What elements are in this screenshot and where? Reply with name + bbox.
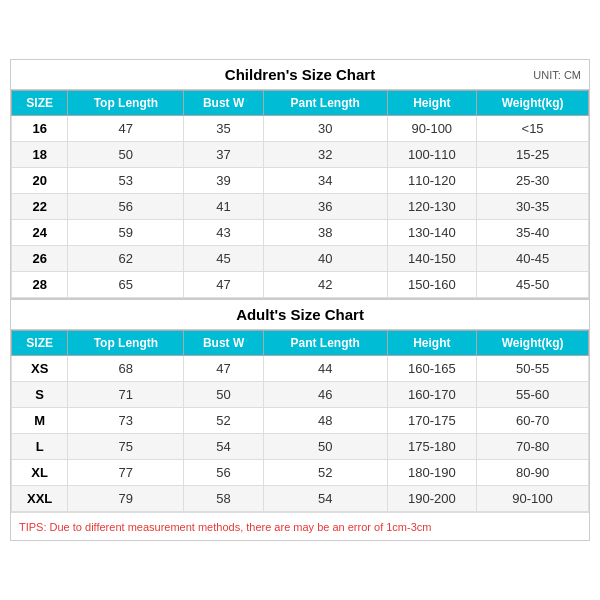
table-cell: 56: [68, 194, 184, 220]
header-bust-w: Bust W: [184, 91, 264, 116]
table-row: 18503732100-11015-25: [12, 142, 589, 168]
table-cell: 77: [68, 460, 184, 486]
table-cell: 52: [184, 408, 264, 434]
children-table: SIZE Top Length Bust W Pant Length Heigh…: [11, 90, 589, 298]
table-cell: 47: [184, 356, 264, 382]
adult-header-height: Height: [387, 331, 477, 356]
table-row: XL775652180-19080-90: [12, 460, 589, 486]
table-cell: 140-150: [387, 246, 477, 272]
table-cell: 45-50: [477, 272, 589, 298]
table-cell: XS: [12, 356, 68, 382]
table-cell: 54: [263, 486, 387, 512]
table-cell: 130-140: [387, 220, 477, 246]
table-cell: 50: [263, 434, 387, 460]
adult-title: Adult's Size Chart: [236, 306, 364, 323]
header-size: SIZE: [12, 91, 68, 116]
table-cell: 50: [184, 382, 264, 408]
table-row: 20533934110-12025-30: [12, 168, 589, 194]
table-cell: 37: [184, 142, 264, 168]
table-cell: 44: [263, 356, 387, 382]
size-chart-container: Children's Size Chart UNIT: CM SIZE Top …: [10, 59, 590, 541]
tips-row: TIPS: Due to different measurement metho…: [11, 512, 589, 540]
table-cell: XXL: [12, 486, 68, 512]
table-cell: 45: [184, 246, 264, 272]
table-cell: 50: [68, 142, 184, 168]
table-cell: <15: [477, 116, 589, 142]
table-cell: 65: [68, 272, 184, 298]
table-cell: 35-40: [477, 220, 589, 246]
header-height: Height: [387, 91, 477, 116]
table-cell: 68: [68, 356, 184, 382]
table-row: 22564136120-13030-35: [12, 194, 589, 220]
table-row: M735248170-17560-70: [12, 408, 589, 434]
table-cell: 46: [263, 382, 387, 408]
table-cell: 47: [68, 116, 184, 142]
table-cell: XL: [12, 460, 68, 486]
table-cell: 170-175: [387, 408, 477, 434]
table-cell: 79: [68, 486, 184, 512]
table-cell: 47: [184, 272, 264, 298]
header-weight: Weight(kg): [477, 91, 589, 116]
table-cell: M: [12, 408, 68, 434]
table-cell: 62: [68, 246, 184, 272]
children-header-row: SIZE Top Length Bust W Pant Length Heigh…: [12, 91, 589, 116]
table-cell: 39: [184, 168, 264, 194]
table-cell: 73: [68, 408, 184, 434]
children-title-row: Children's Size Chart UNIT: CM: [11, 60, 589, 90]
table-cell: 160-165: [387, 356, 477, 382]
table-cell: 25-30: [477, 168, 589, 194]
table-cell: 190-200: [387, 486, 477, 512]
table-cell: 48: [263, 408, 387, 434]
table-cell: 28: [12, 272, 68, 298]
table-cell: 50-55: [477, 356, 589, 382]
table-cell: 54: [184, 434, 264, 460]
table-cell: 40-45: [477, 246, 589, 272]
table-cell: 43: [184, 220, 264, 246]
table-cell: 56: [184, 460, 264, 486]
table-cell: 42: [263, 272, 387, 298]
table-cell: 90-100: [477, 486, 589, 512]
table-cell: 32: [263, 142, 387, 168]
table-cell: 18: [12, 142, 68, 168]
table-cell: 59: [68, 220, 184, 246]
table-cell: 24: [12, 220, 68, 246]
table-cell: 70-80: [477, 434, 589, 460]
table-cell: 41: [184, 194, 264, 220]
table-cell: 30: [263, 116, 387, 142]
table-row: 28654742150-16045-50: [12, 272, 589, 298]
adult-table: SIZE Top Length Bust W Pant Length Heigh…: [11, 330, 589, 512]
table-cell: 40: [263, 246, 387, 272]
table-cell: 20: [12, 168, 68, 194]
table-cell: 90-100: [387, 116, 477, 142]
adult-header-row: SIZE Top Length Bust W Pant Length Heigh…: [12, 331, 589, 356]
table-row: 1647353090-100<15: [12, 116, 589, 142]
table-cell: 100-110: [387, 142, 477, 168]
table-cell: 35: [184, 116, 264, 142]
table-cell: 22: [12, 194, 68, 220]
adult-header-pant-length: Pant Length: [263, 331, 387, 356]
table-cell: 55-60: [477, 382, 589, 408]
adult-header-weight: Weight(kg): [477, 331, 589, 356]
table-row: L755450175-18070-80: [12, 434, 589, 460]
adult-header-top-length: Top Length: [68, 331, 184, 356]
table-cell: 175-180: [387, 434, 477, 460]
table-cell: 160-170: [387, 382, 477, 408]
table-cell: 36: [263, 194, 387, 220]
table-row: S715046160-17055-60: [12, 382, 589, 408]
table-cell: 52: [263, 460, 387, 486]
table-cell: 16: [12, 116, 68, 142]
header-pant-length: Pant Length: [263, 91, 387, 116]
table-cell: 38: [263, 220, 387, 246]
unit-label: UNIT: CM: [533, 69, 581, 81]
adult-header-size: SIZE: [12, 331, 68, 356]
table-cell: 110-120: [387, 168, 477, 194]
table-cell: 60-70: [477, 408, 589, 434]
table-cell: L: [12, 434, 68, 460]
table-cell: 53: [68, 168, 184, 194]
table-cell: 58: [184, 486, 264, 512]
table-cell: 180-190: [387, 460, 477, 486]
table-cell: 120-130: [387, 194, 477, 220]
table-cell: S: [12, 382, 68, 408]
table-cell: 80-90: [477, 460, 589, 486]
header-top-length: Top Length: [68, 91, 184, 116]
